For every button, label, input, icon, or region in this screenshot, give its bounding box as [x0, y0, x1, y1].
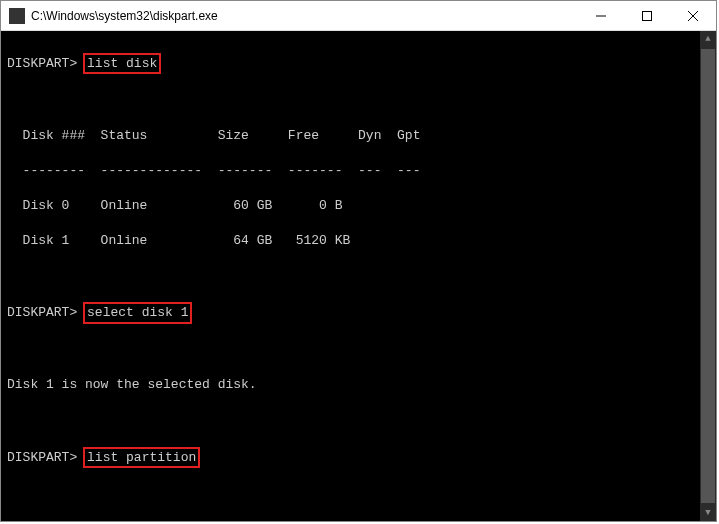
scrollbar[interactable]: ▲ ▼ — [700, 31, 716, 521]
maximize-button[interactable] — [624, 1, 670, 30]
cmd-list-partition: list partition — [83, 447, 200, 469]
cmd-list-disk: list disk — [83, 53, 161, 75]
terminal-output[interactable]: DISKPART> list disk Disk ### Status Size… — [1, 31, 716, 521]
window-title: C:\Windows\system32\diskpart.exe — [31, 9, 578, 23]
app-icon — [9, 8, 25, 24]
disk-row-0: Disk 0 Online 60 GB 0 B — [7, 197, 710, 215]
scroll-down-icon[interactable]: ▼ — [700, 505, 716, 521]
close-button[interactable] — [670, 1, 716, 30]
svg-rect-1 — [643, 11, 652, 20]
disk-row-1: Disk 1 Online 64 GB 5120 KB — [7, 232, 710, 250]
scroll-up-icon[interactable]: ▲ — [700, 31, 716, 47]
minimize-button[interactable] — [578, 1, 624, 30]
diskpart-window: C:\Windows\system32\diskpart.exe DISKPAR… — [0, 0, 717, 522]
cmd-select-disk: select disk 1 — [83, 302, 192, 324]
disk-table-divider: -------- ------------- ------- ------- -… — [7, 162, 710, 180]
prompt: DISKPART> — [7, 56, 77, 71]
msg-disk-selected: Disk 1 is now the selected disk. — [7, 376, 710, 394]
prompt: DISKPART> — [7, 305, 77, 320]
prompt: DISKPART> — [7, 450, 77, 465]
titlebar[interactable]: C:\Windows\system32\diskpart.exe — [1, 1, 716, 31]
scrollbar-thumb[interactable] — [701, 49, 715, 503]
disk-table-header: Disk ### Status Size Free Dyn Gpt — [7, 127, 710, 145]
window-controls — [578, 1, 716, 30]
